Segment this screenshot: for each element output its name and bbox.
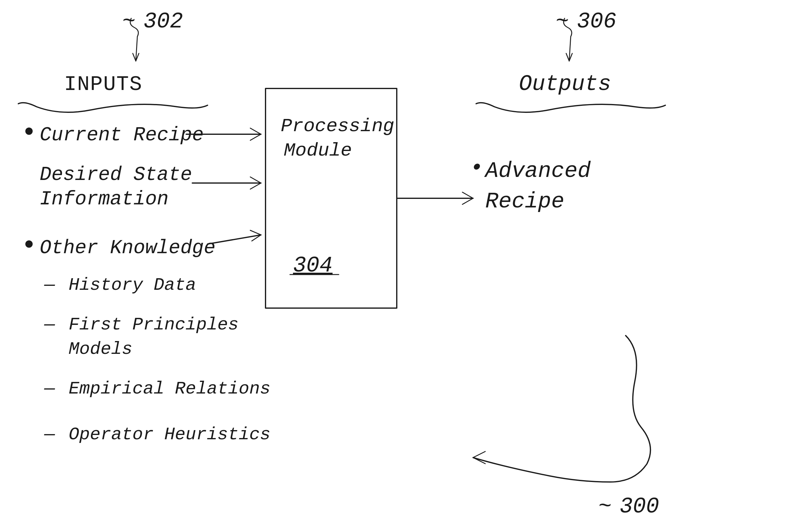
current-recipe-label: Current Recipe bbox=[40, 124, 204, 146]
inputs-label: INPUTS bbox=[64, 72, 143, 96]
processing-module-label-2: Module bbox=[284, 140, 352, 161]
other-knowledge-label: Other Knowledge bbox=[40, 237, 215, 259]
svg-text:~: ~ bbox=[598, 494, 611, 519]
advanced-recipe-label-1: Advanced bbox=[484, 159, 591, 184]
svg-text:302: 302 bbox=[143, 9, 183, 34]
outputs-label: Outputs bbox=[519, 72, 611, 97]
svg-text:•: • bbox=[470, 155, 483, 181]
first-principles-label-2: Models bbox=[69, 339, 132, 359]
svg-text:—: — bbox=[44, 275, 55, 295]
first-principles-label-1: First Principles bbox=[69, 315, 239, 335]
desired-state-label-2: Information bbox=[40, 188, 168, 210]
history-data-label: History Data bbox=[69, 275, 196, 295]
svg-text:~: ~ bbox=[122, 9, 135, 34]
svg-text:~: ~ bbox=[555, 9, 569, 34]
svg-text:—: — bbox=[44, 379, 55, 399]
svg-text:—: — bbox=[44, 425, 55, 445]
overall-ref-label: 300 bbox=[619, 494, 659, 519]
advanced-recipe-label-2: Recipe bbox=[485, 189, 564, 214]
empirical-relations-label: Empirical Relations bbox=[69, 379, 271, 399]
outputs-ref-label: 306 bbox=[577, 9, 616, 34]
operator-heuristics-label: Operator Heuristics bbox=[69, 425, 271, 445]
svg-text:—: — bbox=[44, 315, 55, 335]
svg-point-5 bbox=[25, 128, 33, 135]
svg-point-6 bbox=[25, 240, 33, 248]
processing-module-label-1: Processing bbox=[281, 115, 394, 137]
diagram-container: .sketch { fill: none; stroke: #1a1a1a; s… bbox=[0, 0, 810, 532]
desired-state-label-1: Desired State bbox=[40, 164, 192, 186]
